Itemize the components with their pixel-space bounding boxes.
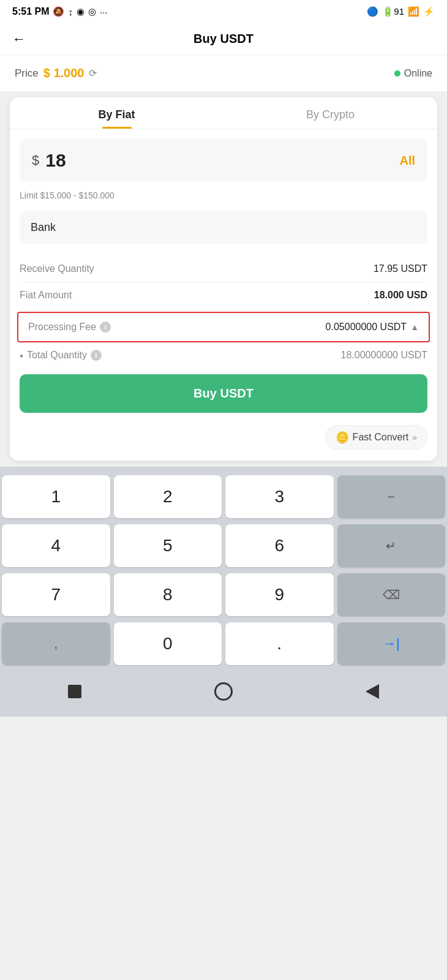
all-button[interactable]: All: [399, 154, 415, 168]
fiat-amount-value: 18.000 USD: [374, 290, 427, 301]
main-card: By Fiat By Crypto $ 18 All Limit $15.000…: [10, 97, 437, 461]
triangle-icon: [366, 684, 379, 699]
charging-icon: ⚡: [423, 6, 435, 17]
fee-value: 0.05000000 USDT ▲: [326, 322, 419, 333]
status-right: 🔵 🔋91 📶 ⚡: [367, 6, 435, 17]
processing-fee-value: 0.05000000 USDT: [326, 322, 407, 333]
amount-input-row: $ 18: [32, 150, 66, 171]
price-label: Price: [15, 67, 39, 80]
key-period[interactable]: .: [225, 622, 334, 665]
online-label: Online: [404, 68, 432, 79]
tab-by-fiat[interactable]: By Fiat: [10, 97, 224, 129]
key-1[interactable]: 1: [2, 475, 110, 518]
amount-area[interactable]: $ 18 All: [20, 139, 427, 182]
square-icon: [68, 685, 81, 698]
nav-back-button[interactable]: [359, 679, 385, 704]
refresh-icon[interactable]: ⟳: [89, 67, 97, 79]
info-rows: Receive Quantity 17.95 USDT Fiat Amount …: [10, 252, 437, 312]
more-icon: ···: [100, 7, 108, 17]
key-comma[interactable]: ,: [2, 622, 110, 665]
receive-quantity-value: 17.95 USDT: [374, 263, 427, 274]
page-title: Buy USDT: [193, 32, 254, 46]
fast-convert-icon: 🪙: [336, 431, 349, 444]
fast-convert-text: Fast Convert: [353, 432, 409, 443]
chevron-up-icon: ▲: [410, 322, 419, 332]
fast-convert-area: 🪙 Fast Convert »: [10, 421, 437, 461]
bottom-bar: [0, 671, 447, 717]
processing-fee-row: Processing Fee i 0.05000000 USDT ▲: [17, 312, 430, 342]
receive-quantity-row: Receive Quantity 17.95 USDT: [20, 256, 427, 282]
total-quantity-row: ● Total Quantity i 18.00000000 USDT: [10, 342, 437, 368]
processing-fee-wrapper: Processing Fee i 0.05000000 USDT ▲: [17, 312, 430, 342]
tabs: By Fiat By Crypto: [10, 97, 437, 129]
location-icon: ◉: [77, 6, 85, 17]
fiat-amount-label: Fiat Amount: [20, 290, 72, 301]
total-quantity-info-icon[interactable]: i: [91, 350, 102, 361]
online-dot: [394, 70, 400, 77]
processing-fee-text: Processing Fee: [28, 322, 96, 333]
bullet-icon: ●: [20, 352, 23, 359]
status-left: 5:51 PM 🔕 ↕ ◉ ◎ ···: [12, 6, 107, 17]
buy-usdt-button[interactable]: Buy USDT: [20, 374, 427, 413]
key-2[interactable]: 2: [114, 475, 222, 518]
keyboard-row-1: 1 2 3 −: [0, 473, 447, 521]
key-minus[interactable]: −: [337, 475, 446, 518]
key-next[interactable]: →|: [337, 622, 446, 665]
fiat-amount-row: Fiat Amount 18.000 USD: [20, 282, 427, 308]
total-quantity-text: Total Quantity: [27, 350, 87, 361]
total-label: ● Total Quantity i: [20, 350, 102, 361]
back-button[interactable]: ←: [12, 31, 26, 47]
bank-field[interactable]: Bank: [20, 211, 427, 244]
keyboard-row-2: 4 5 6 ↵: [0, 522, 447, 570]
circle-icon: [214, 682, 233, 701]
limit-text: Limit $15.000 - $150.000: [10, 188, 437, 208]
price-value: $ 1.000: [43, 66, 85, 80]
nav-square-button[interactable]: [62, 679, 88, 704]
key-0[interactable]: 0: [114, 622, 222, 665]
battery-icon: 🔋91: [382, 6, 404, 17]
price-left: Price $ 1.000 ⟳: [15, 66, 97, 80]
tab-by-crypto[interactable]: By Crypto: [224, 97, 437, 129]
wifi-icon: 📶: [408, 6, 419, 17]
keyboard-row-3: 7 8 9 ⌫: [0, 571, 447, 619]
top-nav: ← Buy USDT: [0, 23, 447, 55]
receive-quantity-label: Receive Quantity: [20, 263, 94, 274]
nav-home-button[interactable]: [211, 679, 236, 704]
keyboard: 1 2 3 − 4 5 6 ↵ 7 8 9 ⌫ , 0 . →|: [0, 467, 447, 671]
fee-label: Processing Fee i: [28, 322, 111, 333]
fast-convert-button[interactable]: 🪙 Fast Convert »: [325, 425, 427, 450]
key-5[interactable]: 5: [114, 524, 222, 567]
key-return[interactable]: ↵: [337, 524, 446, 567]
key-backspace[interactable]: ⌫: [337, 573, 446, 616]
processing-fee-info-icon[interactable]: i: [100, 322, 111, 333]
key-4[interactable]: 4: [2, 524, 110, 567]
bluetooth-icon: 🔵: [367, 6, 378, 17]
eye-icon: ◎: [88, 6, 96, 17]
sync-icon: ↕: [68, 7, 73, 17]
amount-value: 18: [45, 150, 66, 171]
key-8[interactable]: 8: [114, 573, 222, 616]
key-7[interactable]: 7: [2, 573, 110, 616]
key-3[interactable]: 3: [225, 475, 334, 518]
dollar-sign: $: [32, 153, 39, 168]
total-quantity-value: 18.00000000 USDT: [341, 350, 427, 361]
price-row: Price $ 1.000 ⟳ Online: [0, 55, 447, 91]
key-9[interactable]: 9: [225, 573, 334, 616]
alarm-icon: 🔕: [53, 6, 64, 17]
key-6[interactable]: 6: [225, 524, 334, 567]
status-time: 5:51 PM: [12, 6, 49, 17]
status-bar: 5:51 PM 🔕 ↕ ◉ ◎ ··· 🔵 🔋91 📶 ⚡: [0, 0, 447, 23]
online-badge: Online: [394, 68, 432, 79]
keyboard-row-4: , 0 . →|: [0, 620, 447, 668]
fast-convert-arrows: »: [412, 432, 417, 442]
